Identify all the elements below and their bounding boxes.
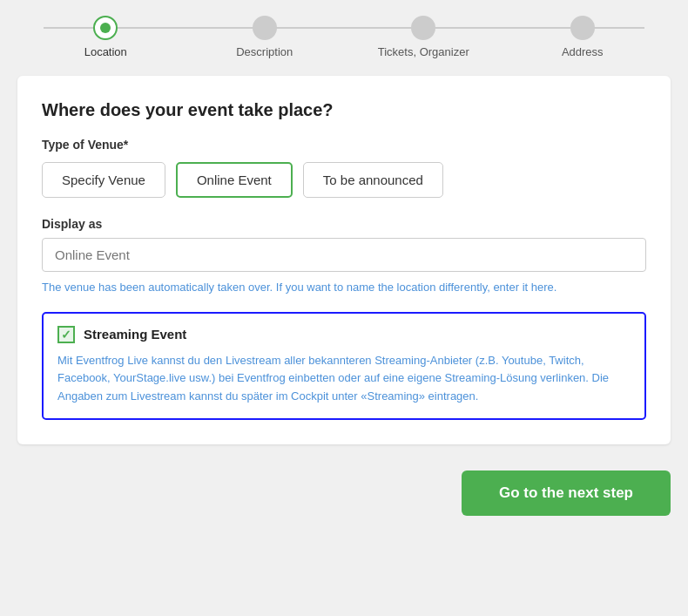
specify-venue-button[interactable]: Specify Venue: [42, 162, 165, 198]
streaming-box: ✓ Streaming Event Mit Eventfrog Live kan…: [42, 312, 646, 420]
venue-buttons: Specify Venue Online Event To be announc…: [42, 162, 646, 198]
step-location[interactable]: Location: [26, 16, 185, 58]
helper-text: The venue has been automatically taken o…: [42, 279, 646, 296]
step-description[interactable]: Description: [185, 16, 345, 58]
next-step-button[interactable]: Go to the next step: [462, 470, 671, 516]
streaming-checkbox[interactable]: ✓: [57, 326, 75, 343]
display-as-label: Display as: [42, 217, 646, 231]
step-label-description: Description: [236, 45, 293, 58]
streaming-description: Mit Eventfrog Live kannst du den Livestr…: [57, 352, 631, 406]
step-circle-location: [93, 16, 118, 40]
to-be-announced-button[interactable]: To be announced: [303, 162, 443, 198]
progress-steps: Location Description Tickets, Organizer …: [26, 16, 662, 58]
step-label-address: Address: [562, 45, 604, 58]
step-label-location: Location: [84, 45, 127, 58]
streaming-title: Streaming Event: [84, 327, 186, 342]
step-tickets[interactable]: Tickets, Organizer: [344, 16, 503, 58]
step-circle-tickets: [411, 16, 435, 40]
step-address[interactable]: Address: [503, 16, 663, 58]
card-title: Where does your event take place?: [42, 100, 646, 120]
step-circle-address: [570, 16, 595, 40]
step-label-tickets: Tickets, Organizer: [378, 45, 469, 58]
main-card: Where does your event take place? Type o…: [17, 76, 671, 444]
bottom-section: Go to the next step: [0, 462, 688, 533]
display-as-input[interactable]: [42, 238, 646, 272]
step-circle-description: [253, 16, 277, 40]
venue-type-label: Type of Venue*: [42, 138, 646, 152]
online-event-button[interactable]: Online Event: [176, 162, 293, 198]
step-dot-location: [100, 23, 111, 33]
streaming-header: ✓ Streaming Event: [57, 326, 631, 343]
progress-section: Location Description Tickets, Organizer …: [0, 0, 688, 67]
checkmark-icon: ✓: [61, 328, 71, 342]
